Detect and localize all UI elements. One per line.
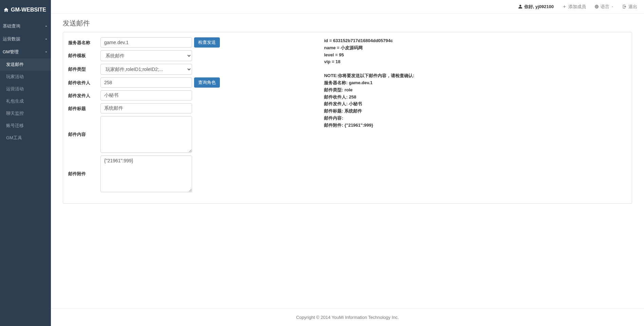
sender-input[interactable] [100, 90, 192, 101]
type-select[interactable]: 玩家邮件,roleID1;roleID2;... [100, 64, 192, 75]
plus-icon [562, 4, 567, 9]
chevron-up-icon [44, 37, 48, 41]
info-type: 邮件类型: role [324, 87, 627, 94]
label-sender: 邮件发件人 [68, 90, 100, 99]
globe-icon [594, 4, 599, 9]
info-vip: vip = 18 [324, 58, 627, 66]
home-icon [3, 7, 9, 13]
form-column: 服务器名称 检查发送 邮件模板 系统邮件 [68, 37, 314, 195]
language-text: 语言 [601, 4, 609, 10]
logout-text: 退出 [628, 4, 637, 10]
check-send-button[interactable]: 检查发送 [194, 37, 220, 48]
nav-item-account-migrate[interactable]: 账号迁移 [0, 120, 51, 132]
brand-text: GM-WEBSITE [11, 7, 46, 13]
nav-group-ops-data[interactable]: 运营数据 [0, 33, 51, 46]
nav-item-gm-tools[interactable]: GM工具 [0, 132, 51, 144]
info-sender: 邮件发件人: 小秘书 [324, 101, 627, 108]
label-attach: 邮件附件 [68, 156, 100, 177]
info-name: name = 小皮源码网 [324, 44, 627, 52]
nav-item-ops-activity[interactable]: 运营活动 [0, 83, 51, 95]
nav-item-send-mail[interactable]: 发送邮件 [0, 58, 51, 71]
label-template: 邮件模板 [68, 50, 100, 59]
logout-icon [622, 4, 627, 9]
content: 发送邮件 服务器名称 检查发送 邮件模板 [51, 14, 644, 308]
nav-item-chat-monitor[interactable]: 聊天监控 [0, 107, 51, 120]
sidebar: GM-WEBSITE 基础查询 运营数据 GM管理 发送邮件 玩家活动 运营活动… [0, 0, 51, 326]
template-select[interactable]: 系统邮件 [100, 50, 192, 61]
main: 你好, yj092100 添加成员 语言 退出 发送邮件 服务器名称 [51, 0, 644, 326]
nav-item-gift-gen[interactable]: 礼包生成 [0, 95, 51, 107]
info-column: id = 633152b717d16804dd05794c name = 小皮源… [324, 37, 627, 195]
label-content: 邮件内容 [68, 116, 100, 138]
nav-group-label: 运营数据 [3, 36, 20, 42]
query-role-button[interactable]: 查询角色 [194, 77, 220, 88]
nav-group-gm-manage[interactable]: GM管理 [0, 46, 51, 58]
info-server: 服务器名称: game.dev.1 [324, 79, 627, 87]
info-id: id = 633152b717d16804dd05794c [324, 37, 627, 44]
role-info-block: id = 633152b717d16804dd05794c name = 小皮源… [324, 37, 627, 66]
chevron-up-icon [44, 24, 48, 28]
confirm-info-block: NOTE:你将要发送以下邮件内容，请检查确认: 服务器名称: game.dev.… [324, 72, 627, 129]
info-title: 邮件标题: 系统邮件 [324, 108, 627, 115]
caret-down-icon [611, 5, 614, 8]
page-title: 发送邮件 [63, 19, 632, 28]
nav-group-label: 基础查询 [3, 23, 20, 29]
topbar-add-member[interactable]: 添加成员 [562, 4, 586, 10]
nav-group-basic-query[interactable]: 基础查询 [0, 20, 51, 33]
nav-item-player-activity[interactable]: 玩家活动 [0, 71, 51, 83]
info-note: NOTE:你将要发送以下邮件内容，请检查确认: [324, 72, 627, 79]
server-input[interactable] [100, 37, 192, 48]
topbar-logout[interactable]: 退出 [622, 4, 637, 10]
topbar: 你好, yj092100 添加成员 语言 退出 [51, 0, 644, 14]
content-textarea[interactable] [100, 116, 192, 153]
nav-sub-gm: 发送邮件 玩家活动 运营活动 礼包生成 聊天监控 账号迁移 GM工具 [0, 58, 51, 144]
panel: 服务器名称 检查发送 邮件模板 系统邮件 [63, 32, 632, 204]
label-type: 邮件类型 [68, 64, 100, 72]
info-attach: 邮件附件: {"21961":999} [324, 122, 627, 129]
info-content: 邮件内容: [324, 115, 627, 122]
greeting-text: 你好, yj092100 [524, 4, 554, 10]
recipient-input[interactable] [100, 77, 192, 88]
topbar-greeting[interactable]: 你好, yj092100 [518, 4, 554, 10]
topbar-language[interactable]: 语言 [594, 4, 614, 10]
chevron-down-icon [44, 50, 48, 54]
info-level: level = 95 [324, 52, 627, 59]
brand-logo[interactable]: GM-WEBSITE [0, 0, 51, 20]
user-icon [518, 4, 523, 9]
footer: Copyright © 2014 YouMi Information Techn… [51, 308, 644, 326]
label-recipient: 邮件收件人 [68, 77, 100, 86]
nav-group-label: GM管理 [3, 49, 19, 55]
title-input[interactable] [100, 103, 192, 113]
label-title: 邮件标题 [68, 103, 100, 112]
info-recipient: 邮件收件人: 258 [324, 94, 627, 101]
label-server: 服务器名称 [68, 37, 100, 46]
add-member-text: 添加成员 [568, 4, 586, 10]
attach-textarea[interactable] [100, 156, 192, 192]
